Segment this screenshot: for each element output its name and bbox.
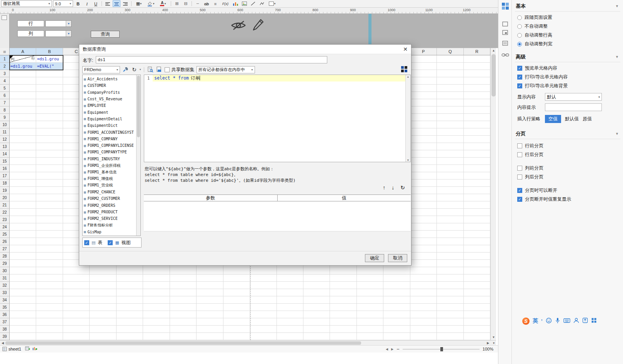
formula-picker-icon[interactable]: ▾ (66, 31, 71, 37)
underline-button[interactable]: U (92, 0, 100, 7)
cell-K38[interactable] (277, 326, 303, 333)
cell-R29[interactable] (464, 260, 490, 267)
cell-Q33[interactable] (437, 289, 463, 296)
cell-Q22[interactable] (437, 209, 463, 216)
cell-M34[interactable] (330, 296, 356, 304)
radio-option[interactable]: 自动调整行高 (517, 31, 620, 40)
cell-C38[interactable] (63, 326, 90, 333)
cell-B16[interactable] (36, 165, 63, 172)
cell-O32[interactable] (383, 282, 410, 289)
cell-P9[interactable] (410, 114, 437, 121)
cell-J36[interactable] (250, 311, 277, 318)
cell-D39[interactable] (90, 333, 116, 340)
cell-L37[interactable] (303, 318, 330, 326)
row-header-24[interactable]: 24 (0, 223, 10, 231)
cell-B22[interactable] (36, 209, 63, 216)
table-list-item[interactable]: ▦F财务指标分析 (83, 222, 140, 229)
row-header-25[interactable]: 25 (0, 231, 10, 238)
cell-Q9[interactable] (437, 114, 463, 121)
row-header-32[interactable]: 32 (0, 282, 10, 289)
cell-K30[interactable] (277, 267, 303, 274)
cell-Q30[interactable] (437, 267, 463, 274)
checkbox-option[interactable]: ✓预览单元格内容 (517, 64, 620, 73)
cell-E34[interactable] (117, 296, 143, 304)
row-header-38[interactable]: 38 (0, 326, 10, 333)
cell-E37[interactable] (117, 318, 143, 326)
refresh-parameters-icon[interactable]: ↻ (400, 184, 405, 191)
cell-L36[interactable] (303, 311, 330, 318)
cell-N33[interactable] (357, 289, 383, 296)
row-header-35[interactable]: 35 (0, 304, 10, 311)
table-list-item[interactable]: ▦EquipmentDetail (83, 116, 140, 122)
cell-B6[interactable] (36, 92, 63, 99)
cell-Q36[interactable] (437, 311, 463, 318)
cell-R10[interactable] (464, 121, 490, 128)
cell-P25[interactable] (410, 231, 437, 238)
cell-P31[interactable] (410, 274, 437, 282)
ime-keyboard-button[interactable] (563, 318, 570, 324)
cell-N38[interactable] (357, 326, 383, 333)
datasource-dropdown[interactable]: FRDemo ▾ (82, 66, 120, 73)
row-header-12[interactable]: 12 (0, 136, 10, 143)
cell-P34[interactable] (410, 296, 437, 304)
horizontal-scrollbar[interactable]: ◀ ▶ ▾ (0, 340, 496, 345)
cell-A3[interactable] (10, 70, 36, 77)
radio-option[interactable]: 跟随页面设置 (517, 13, 620, 22)
prev-page-icon[interactable]: ◀ (386, 347, 388, 351)
table-list-item[interactable]: ▦CUSTOMER (83, 82, 140, 89)
cell-G34[interactable] (170, 296, 197, 304)
cell-C36[interactable] (63, 311, 90, 318)
cell-P28[interactable] (410, 253, 437, 260)
cell-J34[interactable] (250, 296, 277, 304)
close-icon[interactable]: ✕ (403, 47, 408, 52)
display-content-dropdown[interactable]: 默认 ▾ (545, 93, 602, 101)
cell-Q2[interactable] (437, 63, 463, 70)
condition-attributes-tab[interactable] (501, 39, 510, 48)
italic-button[interactable]: I (83, 0, 91, 7)
cell-I35[interactable] (223, 304, 250, 311)
font-family-combo[interactable]: 微软雅黑▾ (1, 0, 52, 7)
cell-Q7[interactable] (437, 99, 463, 106)
cell-B7[interactable] (36, 99, 63, 106)
cell-R27[interactable] (464, 245, 490, 253)
cell-O31[interactable] (383, 274, 410, 282)
cell-Q16[interactable] (437, 165, 463, 172)
cell-I34[interactable] (223, 296, 250, 304)
cell-K36[interactable] (277, 311, 303, 318)
cell-F37[interactable] (143, 318, 170, 326)
column-header-P[interactable]: P (410, 48, 437, 55)
share-dataset-checkbox[interactable] (165, 67, 170, 72)
ime-punctuation-toggle[interactable]: ’ (541, 318, 543, 324)
cell-B35[interactable] (36, 304, 63, 311)
checkbox-option[interactable]: 行后分页 (517, 150, 620, 159)
insert-shape-button[interactable] (258, 0, 266, 7)
edit-pencil-icon[interactable] (252, 18, 265, 33)
cell-H39[interactable] (197, 333, 223, 340)
cell-C35[interactable] (63, 304, 90, 311)
memory-strategy-dropdown[interactable]: 所有记录都保存在内存中 ▾ (197, 66, 255, 73)
cell-Q8[interactable] (437, 106, 463, 114)
cell-Q10[interactable] (437, 121, 463, 128)
cell-B20[interactable] (36, 194, 63, 201)
checkbox-option[interactable]: ✓分页断开时值重复显示 (517, 195, 620, 204)
cell-A18[interactable] (10, 180, 36, 187)
cell-Q25[interactable] (437, 231, 463, 238)
cell-I31[interactable] (223, 274, 250, 282)
cell-Q38[interactable] (437, 326, 463, 333)
row-header-22[interactable]: 22 (0, 209, 10, 216)
cell-B36[interactable] (36, 311, 63, 318)
cell-R35[interactable] (464, 304, 490, 311)
cell-P20[interactable] (410, 194, 437, 201)
cell-E33[interactable] (117, 289, 143, 296)
cell-A8[interactable] (10, 106, 36, 114)
cell-P3[interactable] (410, 70, 437, 77)
cell-R12[interactable] (464, 136, 490, 143)
scroll-up-icon[interactable]: ▲ (406, 75, 410, 78)
cell-B15[interactable] (36, 158, 63, 165)
cell-B38[interactable] (36, 326, 63, 333)
cell-R28[interactable] (464, 253, 490, 260)
row-header-27[interactable]: 27 (0, 245, 10, 253)
table-list-item[interactable]: ▦GisMap (83, 229, 140, 235)
section-advanced[interactable]: 高级 ▼ (515, 52, 620, 62)
table-list-item[interactable]: ▦FORM1_COMPANY (83, 136, 140, 142)
